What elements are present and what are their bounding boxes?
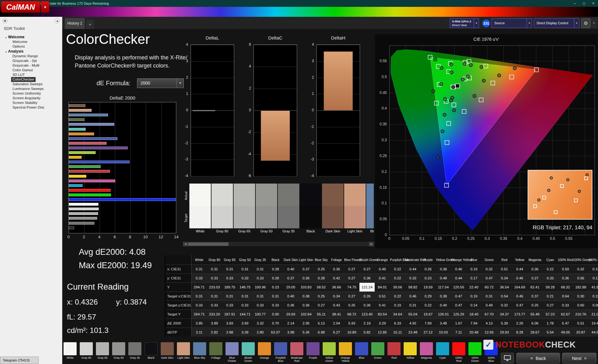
scroll-right-icon[interactable]: ▶ [369,242,374,246]
table-cell[interactable]: 123.40 [359,310,375,319]
table-cell[interactable]: 3.32 [253,319,268,328]
table-cell[interactable]: 2.82 [207,328,222,337]
table-cell[interactable]: 83.54 [375,310,390,319]
table-cell[interactable]: 0.27 [543,301,558,310]
palette-item-moderate-red[interactable]: Moderate Red [290,342,303,364]
table-cell[interactable]: 3.29 [375,319,390,328]
table-cell[interactable]: 100.96 [253,283,268,292]
table-cell[interactable]: 173.77 [512,310,527,319]
table-cell[interactable]: 12.85 [375,328,390,337]
table-cell[interactable]: 0.25 [344,301,359,310]
compare-swatch-white[interactable]: White [189,184,211,234]
table-cell[interactable]: 0.41 [375,301,390,310]
table-cell[interactable]: 0.25 [314,265,329,273]
minimize-button[interactable]: – [570,1,579,6]
table-cell[interactable]: 2.95 [298,319,314,328]
table-cell[interactable]: 68.32 [558,283,573,292]
table-cell[interactable]: 0.56 [573,274,588,282]
table-cell[interactable]: 23.48 [405,328,420,337]
table-cell[interactable]: 0.19 [466,292,482,301]
table-cell[interactable]: 21.04 [588,310,598,319]
panel-collapse-icon[interactable]: » [591,18,596,28]
table-cell[interactable]: 0.33 [207,301,222,310]
table-cell[interactable]: 233.03 [207,283,222,292]
table-cell[interactable]: 0.38 [298,292,314,301]
table-cell[interactable]: 2.80 [253,328,268,337]
table-cell[interactable]: 0.33 [237,274,253,282]
table-cell[interactable]: 0.23 [268,283,283,292]
table-cell[interactable]: 29.69 [283,310,298,319]
table-cell[interactable]: 67.70 [482,310,497,319]
table-cell[interactable]: 0.45 [512,292,527,301]
table-cell[interactable]: 0.27 [344,274,359,282]
table-cell[interactable]: 3.85 [192,319,207,328]
table-cell[interactable]: 68.72 [344,310,359,319]
table-cell[interactable]: 125.29 [451,310,466,319]
table-cell[interactable]: 0.33 [253,301,268,310]
table-cell[interactable]: 0.36 [359,274,375,282]
scrollbar-thumb[interactable] [188,242,229,246]
table-cell[interactable]: 0.31 [237,265,253,273]
chevron-down-icon[interactable]: ▼ [574,19,579,28]
palette-item-black[interactable]: Black [145,342,158,364]
table-cell[interactable]: 58.28 [543,283,558,292]
table-cell[interactable]: 0.31 [207,265,222,273]
table-cell[interactable]: 2.19 [359,319,375,328]
table-cell[interactable]: 0.22 [543,265,558,273]
table-cell[interactable]: 0.47 [482,274,497,282]
table-cell[interactable]: 126.01 [436,310,451,319]
table-cell[interactable]: 55.48 [527,310,543,319]
table-cell[interactable]: 0.33 [558,301,573,310]
sidebar-item-colorchecker[interactable]: ColorChecker [11,77,36,82]
compare-swatch-blue-sky[interactable]: Blue Sky [366,184,374,234]
table-cell[interactable]: 294.71 [192,283,207,292]
table-cell[interactable]: 0.22 [390,265,405,273]
scroll-left-icon[interactable]: ◀ [183,242,188,246]
meter-selector[interactable]: X-Rite i1Pro 2 Direct View ▼ [450,18,479,28]
sidebar-section-analysis[interactable]: ▸Analysis [0,49,62,54]
table-cell[interactable]: 63.37 [268,328,283,337]
sidebar-item-3d-lut[interactable]: 3D LUT [11,72,26,77]
source-selector[interactable]: Source ▼ [491,18,532,28]
table-cell[interactable]: 36.54 [497,283,512,292]
table-cell[interactable]: 5.39 [497,319,512,328]
table-cell[interactable]: 0.47 [451,301,466,310]
table-cell[interactable]: 0.37 [283,274,298,282]
table-cell[interactable]: 294.71 [192,310,207,319]
table-cell[interactable]: 2.88 [222,328,237,337]
calman-logo[interactable]: CalMAN ▼ [1,1,50,13]
table-cell[interactable]: 0.59 [558,265,573,273]
table-cell[interactable]: 19.49 [588,319,598,328]
table-cell[interactable]: 0.31 [222,265,237,273]
compare-swatch-gray-65[interactable]: Gray 65 [234,184,255,234]
table-cell[interactable]: 0.31 [253,265,268,273]
table-cell[interactable]: 103.83 [298,283,314,292]
palette-item-foliage[interactable]: Foliage [209,342,222,364]
table-cell[interactable]: 0.49 [375,265,390,273]
table-cell[interactable]: 10.03 [436,328,451,337]
table-cell[interactable]: 0.42 [329,274,344,282]
table-cell[interactable]: 0.31 [192,292,207,301]
de-formula-select[interactable]: 2000 ▼ [137,78,184,88]
table-cell[interactable]: 5.54 [543,328,558,337]
table-cell[interactable]: 3.83 [222,319,237,328]
table-cell[interactable]: 0.44 [512,265,527,273]
table-cell[interactable]: 0.33 [192,301,207,310]
table-cell[interactable]: 0.33 [268,301,283,310]
table-cell[interactable]: 0.70 [268,319,283,328]
palette-item-dark-skin[interactable]: Dark Skin [161,342,174,364]
palette-item-cyan[interactable]: Cyan [436,342,449,364]
table-cell[interactable]: 0.21 [543,292,558,301]
table-cell[interactable]: 0.06 [588,301,598,310]
table-cell[interactable]: 0.14 [466,301,482,310]
palette-item-100-red[interactable]: 100% Red [452,342,465,364]
table-cell[interactable]: 144.71 [237,310,253,319]
table-cell[interactable]: 0.46 [405,292,420,301]
table-cell[interactable]: 0.31 [237,292,253,301]
table-cell[interactable]: 7.11 [451,328,466,337]
table-cell[interactable]: 0.37 [527,292,543,301]
table-cell[interactable]: 0.33 [237,301,253,310]
table-cell[interactable]: 0.34 [329,292,344,301]
table-cell[interactable]: 2.26 [512,319,527,328]
table-cell[interactable]: 233.20 [207,310,222,319]
